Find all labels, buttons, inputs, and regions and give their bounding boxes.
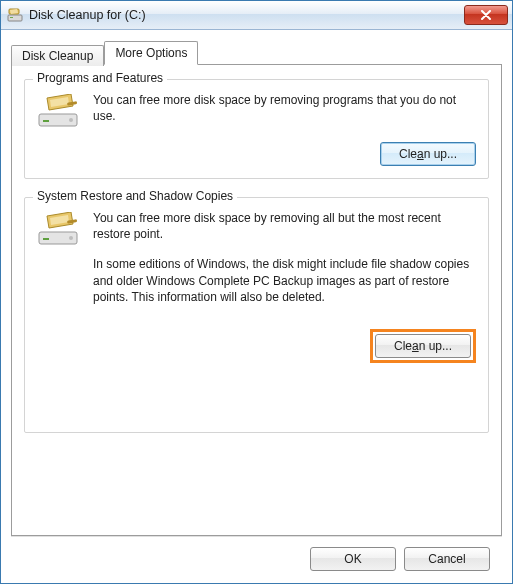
tab-more-options[interactable]: More Options — [104, 41, 198, 65]
restore-description-2: In some editions of Windows, the disk mi… — [93, 256, 476, 305]
tab-strip: Disk Cleanup More Options — [11, 40, 502, 64]
tab-label: Disk Cleanup — [22, 49, 93, 63]
svg-rect-8 — [43, 238, 49, 240]
dialog-footer: OK Cancel — [11, 536, 502, 583]
close-button[interactable] — [464, 5, 508, 25]
content-area: Disk Cleanup More Options Programs and F… — [1, 30, 512, 536]
group-title: Programs and Features — [33, 71, 167, 85]
ok-button[interactable]: OK — [310, 547, 396, 571]
drive-brush-icon — [37, 212, 81, 248]
annotation-highlight: Clean up... — [370, 329, 476, 363]
svg-rect-1 — [10, 17, 13, 18]
disk-cleanup-dialog: Disk Cleanup for (C:) Disk Cleanup More … — [0, 0, 513, 584]
group-title: System Restore and Shadow Copies — [33, 189, 237, 203]
titlebar: Disk Cleanup for (C:) — [1, 1, 512, 30]
cleanup-restore-button[interactable]: Clean up... — [375, 334, 471, 358]
close-icon — [480, 10, 492, 20]
programs-and-features-group: Programs and Features You can free more … — [24, 79, 489, 179]
cancel-button[interactable]: Cancel — [404, 547, 490, 571]
programs-description: You can free more disk space by removing… — [93, 92, 476, 124]
tab-disk-cleanup[interactable]: Disk Cleanup — [11, 45, 104, 66]
svg-point-9 — [69, 236, 73, 240]
tab-panel-more-options: Programs and Features You can free more … — [11, 64, 502, 536]
disk-cleanup-icon — [7, 7, 23, 23]
cleanup-programs-button[interactable]: Clean up... — [380, 142, 476, 166]
drive-brush-icon — [37, 94, 81, 130]
system-restore-group: System Restore and Shadow Copies — [24, 197, 489, 433]
window-title: Disk Cleanup for (C:) — [29, 8, 464, 22]
tab-label: More Options — [115, 46, 187, 60]
svg-rect-4 — [43, 120, 49, 122]
svg-point-5 — [69, 118, 73, 122]
restore-description-1: You can free more disk space by removing… — [93, 210, 476, 242]
